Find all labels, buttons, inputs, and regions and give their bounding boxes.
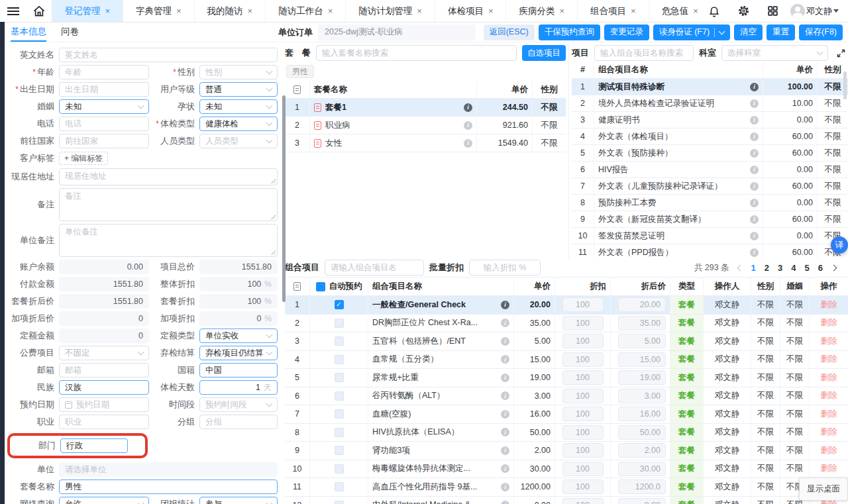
order-input[interactable]: [318, 25, 476, 40]
final-price-input[interactable]: [618, 479, 666, 494]
user-menu[interactable]: 邓文静: [790, 4, 839, 19]
info-icon[interactable]: i: [464, 103, 472, 112]
delete-link[interactable]: 删除: [821, 372, 837, 383]
info-icon[interactable]: i: [501, 374, 509, 382]
home-button[interactable]: [26, 0, 52, 22]
toolbar-button[interactable]: 清空: [734, 25, 763, 40]
info-icon[interactable]: i: [750, 182, 759, 191]
info-icon[interactable]: i: [501, 319, 509, 327]
discount-input[interactable]: [562, 297, 604, 312]
textarea-input[interactable]: [65, 171, 272, 183]
input-field[interactable]: [59, 363, 149, 378]
input-field[interactable]: 天: [199, 380, 278, 395]
settings-button[interactable]: [732, 0, 755, 23]
info-icon[interactable]: i: [501, 355, 509, 364]
discount-input[interactable]: [562, 389, 604, 403]
page-number[interactable]: 5: [805, 263, 810, 273]
row-checkbox[interactable]: [335, 391, 344, 401]
discount-input[interactable]: [562, 316, 604, 330]
info-icon[interactable]: i: [501, 428, 509, 436]
close-icon[interactable]: ×: [559, 6, 564, 16]
department-select[interactable]: 选择科室: [721, 45, 828, 61]
auto-reserve-checkbox[interactable]: [316, 282, 325, 291]
final-price-input[interactable]: [618, 334, 666, 348]
info-icon[interactable]: i: [501, 464, 509, 473]
final-price-input[interactable]: [618, 462, 666, 476]
toolbar-button[interactable]: 重置: [767, 25, 795, 40]
select-field[interactable]: 普通: [199, 82, 278, 97]
prev-page-icon[interactable]: [737, 264, 743, 271]
select-field[interactable]: 参与: [199, 497, 278, 504]
form-scrollbar-thumb[interactable]: [282, 95, 286, 302]
apps-grid-button[interactable]: [761, 0, 784, 23]
package-row[interactable]: 3女性i1549.40不限: [285, 134, 566, 152]
chevron-down-icon[interactable]: [719, 28, 725, 34]
detail-row[interactable]: 9肾功能3项i2.00套餐邓文静不限不限删除: [285, 442, 848, 460]
project-search-input[interactable]: [594, 45, 694, 61]
page-number[interactable]: 4: [791, 263, 796, 273]
view-tab[interactable]: 基本信息: [11, 23, 46, 42]
select-field[interactable]: 弃检项目仍结算: [199, 346, 278, 360]
notifications-button[interactable]: [703, 0, 725, 23]
project-row[interactable]: 4外文表（体检项目）i60.00不限: [572, 128, 848, 145]
row-checkbox[interactable]: [335, 336, 344, 346]
row-checkbox[interactable]: [335, 446, 344, 455]
select-field[interactable]: 未知: [59, 99, 149, 114]
text-input[interactable]: [65, 85, 143, 94]
page-number[interactable]: 1: [751, 263, 756, 273]
input-field[interactable]: [59, 65, 149, 79]
info-icon[interactable]: i: [501, 446, 509, 455]
info-icon[interactable]: i: [750, 132, 759, 141]
date-field[interactable]: [59, 397, 149, 412]
delete-link[interactable]: 删除: [821, 317, 837, 328]
toolbar-button[interactable]: 读身份证 (F7): [653, 25, 730, 40]
delete-link[interactable]: 删除: [821, 390, 837, 401]
textarea-input[interactable]: [65, 227, 272, 254]
final-price-input[interactable]: [618, 389, 666, 403]
input-field[interactable]: [59, 82, 149, 97]
text-input[interactable]: [205, 366, 272, 375]
package-row[interactable]: 1套餐1i244.50不限: [285, 99, 566, 117]
batch-discount-input[interactable]: [469, 260, 541, 276]
detail-row[interactable]: 5尿常规+比重i19.00套餐邓文静不限不限删除: [285, 369, 848, 387]
info-icon[interactable]: i: [750, 232, 759, 240]
discount-input[interactable]: [562, 443, 604, 458]
nav-tab[interactable]: 字典管理×: [123, 0, 195, 22]
detail-row[interactable]: 7血糖(空腹)i16.00套餐邓文静不限不限删除: [285, 405, 848, 424]
info-icon[interactable]: i: [501, 391, 509, 400]
input-field[interactable]: [60, 438, 128, 453]
discount-input[interactable]: [562, 370, 604, 385]
input-field[interactable]: [59, 117, 149, 131]
project-row[interactable]: 1测试项目特殊诊断i100.00不限: [572, 79, 848, 95]
final-price-input[interactable]: [618, 498, 666, 504]
nav-tab[interactable]: 疾病分类×: [506, 0, 578, 22]
select-field[interactable]: 性别: [199, 65, 278, 79]
text-input[interactable]: [65, 136, 143, 146]
package-search-input[interactable]: [316, 45, 517, 61]
final-price-input[interactable]: [618, 316, 666, 330]
show-desktop-button[interactable]: 显示桌面: [799, 478, 848, 501]
info-icon[interactable]: i: [501, 410, 509, 419]
close-icon[interactable]: ×: [176, 6, 182, 16]
toolbar-button[interactable]: 保存(F8): [799, 25, 843, 40]
close-icon[interactable]: ×: [693, 6, 698, 16]
combo-name-input[interactable]: [325, 260, 424, 276]
next-page-icon[interactable]: [831, 264, 837, 271]
close-icon[interactable]: ×: [328, 6, 333, 16]
row-checkbox[interactable]: [335, 409, 344, 419]
toolbar-button[interactable]: 干保预约查询: [539, 25, 600, 40]
text-input[interactable]: [65, 482, 272, 491]
info-icon[interactable]: i: [501, 301, 509, 309]
project-row[interactable]: 6HIV报告i0.00不限: [572, 162, 848, 178]
project-row[interactable]: 10签发疫苗禁忌证明i0.00不限: [572, 228, 848, 244]
text-input[interactable]: [65, 465, 272, 474]
discount-input[interactable]: [562, 334, 604, 348]
discount-input[interactable]: [562, 425, 604, 440]
select-field[interactable]: 不固定: [59, 346, 149, 360]
info-icon[interactable]: i: [501, 483, 509, 491]
input-field[interactable]: [59, 462, 278, 477]
nav-tab[interactable]: 体检项目×: [435, 0, 507, 22]
select-field[interactable]: 允许: [59, 497, 149, 504]
page-number[interactable]: 3: [778, 263, 782, 273]
text-input[interactable]: [65, 417, 143, 427]
